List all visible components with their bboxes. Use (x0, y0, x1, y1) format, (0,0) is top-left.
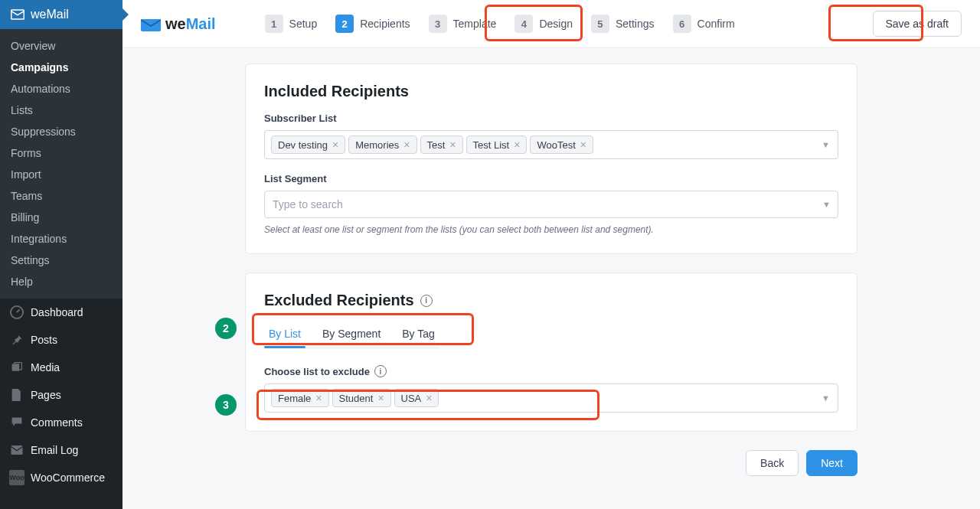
step-settings[interactable]: 5Settings (588, 15, 658, 33)
logo-we: we (165, 15, 186, 32)
tab-by-list[interactable]: By List (269, 328, 301, 347)
wp-menu-posts[interactable]: Posts (0, 326, 122, 354)
sidebar-item-teams[interactable]: Teams (0, 185, 122, 207)
sidebar-item-billing[interactable]: Billing (0, 207, 122, 228)
remove-token-icon[interactable]: × (426, 392, 432, 404)
info-icon[interactable]: i (420, 295, 433, 307)
save-draft-button[interactable]: Save as draft (873, 11, 962, 37)
token: Memories× (348, 135, 416, 154)
mail-icon (9, 442, 24, 458)
step-num: 3 (429, 15, 447, 33)
token-label: Female (278, 393, 311, 404)
media-icon (9, 360, 24, 375)
wp-menu-pages[interactable]: Pages (0, 381, 122, 409)
logo[interactable]: weMail (141, 15, 216, 33)
wp-menu-label: Dashboard (31, 306, 83, 318)
comment-icon (9, 415, 24, 430)
excluded-tabs: By List By Segment By Tag (264, 321, 439, 348)
token: Dev testing× (271, 135, 345, 154)
info-icon[interactable]: i (374, 365, 387, 377)
remove-token-icon[interactable]: × (514, 139, 520, 151)
segment-helper-text: Select at least one list or segment from… (264, 224, 838, 235)
choose-exclude-text: Choose list to exclude (264, 366, 370, 377)
callout-3: 3 (215, 394, 237, 416)
pin-icon (9, 332, 24, 347)
sidebar-item-import[interactable]: Import (0, 164, 122, 185)
list-segment-input[interactable] (264, 191, 838, 218)
wp-menu-label: Pages (31, 389, 61, 401)
sidebar-item-integrations[interactable]: Integrations (0, 228, 122, 250)
step-num: 1 (265, 15, 283, 33)
sidebar-item-lists[interactable]: Lists (0, 100, 122, 121)
tab-by-segment[interactable]: By Segment (322, 328, 381, 347)
callout-2: 2 (215, 318, 237, 339)
step-label: Recipients (360, 18, 410, 30)
logo-icon (141, 16, 161, 31)
step-template[interactable]: 3Template (426, 15, 500, 33)
token-label: Student (339, 393, 374, 404)
subscriber-list-label: Subscriber List (264, 113, 838, 124)
remove-token-icon[interactable]: × (403, 139, 410, 151)
page-icon (9, 387, 24, 403)
sidebar-brand-header[interactable]: weMail (0, 0, 122, 29)
choose-exclude-label: Choose list to exclude i (264, 365, 838, 377)
chevron-down-icon[interactable]: ▼ (822, 200, 831, 209)
step-setup[interactable]: 1Setup (262, 15, 321, 33)
main-area: weMail 1Setup 2Recipients 3Template 4Des… (122, 0, 980, 509)
sidebar-item-help[interactable]: Help (0, 271, 122, 292)
remove-token-icon[interactable]: × (315, 392, 322, 404)
token-label: Test (427, 139, 446, 151)
included-recipients-card: Included Recipients Subscriber List Dev … (245, 64, 858, 254)
excluded-title: Excluded Recipients i (264, 292, 838, 309)
step-num: 5 (591, 15, 609, 33)
wp-menu-email-log[interactable]: Email Log (0, 436, 122, 464)
wp-menu-media[interactable]: Media (0, 354, 122, 381)
step-num: 2 (335, 15, 354, 33)
back-button[interactable]: Back (746, 450, 799, 476)
remove-token-icon[interactable]: × (377, 392, 384, 404)
step-num: 4 (514, 15, 533, 33)
wp-menu-dashboard[interactable]: Dashboard (0, 299, 122, 326)
step-design[interactable]: 4Design (511, 15, 576, 33)
remove-token-icon[interactable]: × (580, 139, 586, 151)
token-label: Dev testing (278, 139, 328, 151)
token: USA× (394, 389, 439, 407)
wp-sidebar: weMail Overview Campaigns Automations Li… (0, 0, 122, 509)
sidebar-item-settings[interactable]: Settings (0, 250, 122, 271)
step-label: Template (453, 18, 497, 30)
token-label: WooTest (537, 139, 575, 151)
chevron-down-icon[interactable]: ▼ (822, 140, 830, 149)
tab-by-tag[interactable]: By Tag (402, 328, 435, 347)
sidebar-item-forms[interactable]: Forms (0, 142, 122, 164)
step-confirm[interactable]: 6Confirm (670, 15, 738, 33)
exclude-list-input[interactable]: Female× Student× USA× ▼ (264, 383, 838, 413)
sidebar-item-campaigns[interactable]: Campaigns (0, 57, 122, 78)
sidebar-submenu: Overview Campaigns Automations Lists Sup… (0, 29, 122, 299)
sidebar-item-overview[interactable]: Overview (0, 35, 122, 57)
token: Test× (420, 135, 463, 154)
wp-menu-label: WooCommerce (31, 471, 105, 484)
remove-token-icon[interactable]: × (332, 139, 338, 151)
token: Female× (271, 389, 329, 407)
step-label: Design (539, 18, 573, 30)
token: Student× (332, 389, 391, 407)
subscriber-list-input[interactable]: Dev testing× Memories× Test× Test List× … (264, 130, 838, 159)
next-button[interactable]: Next (806, 450, 858, 476)
excluded-title-text: Excluded Recipients (264, 292, 414, 309)
topbar: weMail 1Setup 2Recipients 3Template 4Des… (122, 0, 980, 48)
sidebar-item-suppressions[interactable]: Suppressions (0, 121, 122, 142)
included-title: Included Recipients (264, 83, 838, 100)
step-label: Settings (616, 18, 655, 30)
token: WooTest× (530, 135, 593, 154)
wp-menu-comments[interactable]: Comments (0, 409, 122, 436)
sidebar-item-automations[interactable]: Automations (0, 78, 122, 100)
svg-rect-3 (11, 445, 23, 455)
step-label: Setup (289, 18, 318, 30)
remove-token-icon[interactable]: × (449, 139, 456, 151)
mail-icon (11, 9, 24, 20)
step-label: Confirm (697, 18, 735, 30)
wp-menu-woocommerce[interactable]: Woo WooCommerce (0, 464, 122, 491)
chevron-down-icon[interactable]: ▼ (822, 393, 830, 403)
content-area: Included Recipients Subscriber List Dev … (122, 48, 980, 509)
step-recipients[interactable]: 2Recipients (332, 15, 413, 33)
